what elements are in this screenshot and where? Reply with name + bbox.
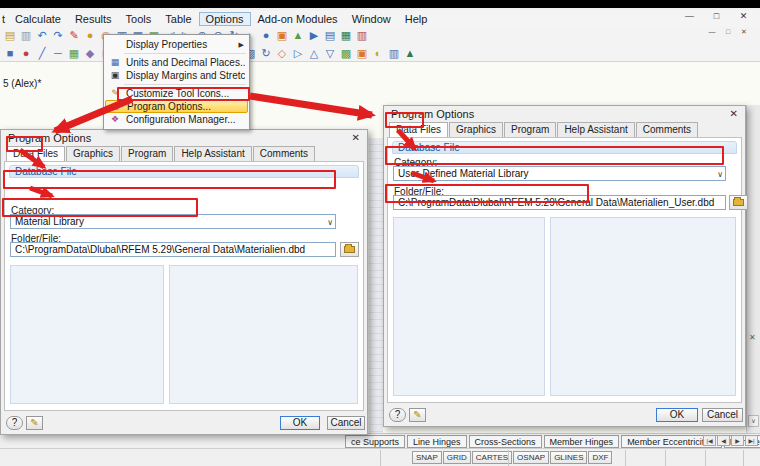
table-nav-first[interactable]: |◀: [703, 435, 716, 446]
isometric-view-icon[interactable]: ◇: [274, 46, 290, 61]
undo-icon[interactable]: ↶: [34, 28, 50, 43]
statusbar-cartes[interactable]: CARTES: [472, 451, 512, 464]
menu-help[interactable]: Help: [398, 12, 435, 26]
tab-data-files[interactable]: Data Files: [389, 122, 448, 137]
menu-window[interactable]: Window: [345, 12, 398, 26]
display-colors-icon[interactable]: ◐: [370, 46, 386, 61]
mdi-window-controls: — □ ✕: [704, 27, 752, 38]
tab-graphics[interactable]: Graphics: [66, 146, 120, 161]
calc-all-icon[interactable]: ▣: [354, 46, 370, 61]
category-select[interactable]: User-Defined Material Library ∨: [393, 166, 726, 181]
table-tab-cross-sections[interactable]: Cross-Sections: [469, 435, 542, 448]
statusbar-grid[interactable]: GRID: [443, 451, 471, 464]
help-button[interactable]: ?: [6, 416, 23, 430]
cancel-button[interactable]: Cancel: [327, 416, 365, 430]
close-icon[interactable]: ✕: [730, 108, 738, 119]
database-file-group: Database File: [9, 165, 359, 178]
app-window: t CalculateResultsToolsTableOptionsAdd-o…: [0, 8, 760, 458]
folder-file-input[interactable]: C:\ProgramData\Dlubal\RFEM 5.29\General …: [10, 242, 336, 257]
menu-item-units-decimal-places[interactable]: ▦ Units and Decimal Places...: [105, 56, 248, 69]
zoom-icon[interactable]: ●: [82, 28, 98, 43]
panel-toggle-icon[interactable]: ▥: [386, 46, 402, 61]
close-icon[interactable]: ✕: [730, 9, 757, 24]
menu-item-display-margins[interactable]: ▣ Display Margins and Stretch Factors...: [105, 69, 248, 82]
table-nav-next[interactable]: ▶: [731, 435, 744, 446]
tab-program[interactable]: Program: [504, 122, 556, 137]
cancel-button[interactable]: Cancel: [702, 408, 743, 422]
statusbar-dxf[interactable]: DXF: [588, 451, 612, 464]
table-tab-member-hinges[interactable]: Member Hinges: [544, 435, 620, 448]
redo-icon[interactable]: ↷: [50, 28, 66, 43]
fe-mesh-icon[interactable]: ▩: [338, 46, 354, 61]
menu-options[interactable]: Options: [199, 12, 251, 26]
menu-addon-modules[interactable]: Add-on Modules: [251, 12, 345, 26]
report-icon[interactable]: ▥: [354, 28, 370, 43]
tab-help-assistant[interactable]: Help Assistant: [174, 146, 251, 161]
scroll-down-icon[interactable]: ∨: [748, 415, 759, 427]
ok-button[interactable]: OK: [656, 408, 698, 422]
results-icon[interactable]: ▲: [290, 28, 306, 43]
rotate-icon[interactable]: ↻: [258, 46, 274, 61]
statusbar-separator: [743, 450, 744, 466]
tab-program[interactable]: Program: [121, 146, 173, 161]
mdi-close-icon[interactable]: ✕: [736, 27, 752, 38]
print-preview-icon[interactable]: ▥: [18, 28, 34, 43]
help-button[interactable]: ?: [389, 408, 406, 422]
z-view-icon[interactable]: ▽: [322, 46, 338, 61]
table-nav-prev[interactable]: ◀: [717, 435, 730, 446]
tab-comments[interactable]: Comments: [253, 146, 315, 161]
tab-comments[interactable]: Comments: [636, 122, 698, 137]
member-icon[interactable]: ─: [50, 46, 66, 61]
statusbar-separator: [508, 450, 509, 466]
menu-item-customize-tool-icons[interactable]: ✎ Customize Tool Icons...: [105, 87, 248, 100]
folder-file-input[interactable]: C:\ProgramData\Dlubal\RFEM 5.29\General …: [393, 195, 726, 210]
minimize-icon[interactable]: —: [676, 9, 703, 24]
menu-calculate[interactable]: Calculate: [8, 12, 68, 26]
x-view-icon[interactable]: ▷: [290, 46, 306, 61]
mdi-restore-icon[interactable]: □: [720, 27, 736, 38]
ok-button[interactable]: OK: [280, 416, 320, 430]
menu-item-program-options[interactable]: ◎ Program Options...: [105, 100, 248, 113]
tab-help-assistant[interactable]: Help Assistant: [557, 122, 634, 137]
edit-comment-button[interactable]: ✎: [26, 416, 43, 430]
table-tab-supports[interactable]: ce Supports: [345, 435, 405, 448]
calculate-icon[interactable]: ▣: [274, 28, 290, 43]
animation-icon[interactable]: ▶: [306, 28, 322, 43]
y-view-icon[interactable]: △: [306, 46, 322, 61]
excel-icon[interactable]: ▦: [338, 28, 354, 43]
printer-icon[interactable]: ▤: [322, 28, 338, 43]
find-icon[interactable]: ●: [258, 28, 274, 43]
statusbar-separator: [380, 450, 381, 466]
maximize-icon[interactable]: □: [703, 9, 730, 24]
table-tab-line-hinges[interactable]: Line Hinges: [407, 435, 467, 448]
category-select[interactable]: Material Library ∨: [10, 214, 336, 229]
menu-tools[interactable]: Tools: [119, 12, 159, 26]
dialog-titlebar[interactable]: Program Options ✕: [1, 130, 367, 146]
statusbar-snap[interactable]: SNAP: [412, 451, 442, 464]
panel-close-icon[interactable]: ✕: [749, 333, 756, 342]
node-icon[interactable]: ●: [18, 46, 34, 61]
menu-table[interactable]: Table: [158, 12, 198, 26]
line-icon[interactable]: ╱: [34, 46, 50, 61]
menu-results[interactable]: Results: [68, 12, 119, 26]
dialog-titlebar[interactable]: Program Options ✕: [384, 106, 745, 122]
solid-icon[interactable]: ◆: [82, 46, 98, 61]
edit-comment-button[interactable]: ✎: [409, 408, 426, 422]
menu-item-configuration-manager[interactable]: ❖ Configuration Manager...: [105, 113, 248, 126]
new-model-icon[interactable]: ■: [2, 46, 18, 61]
open-icon[interactable]: ▤: [2, 28, 18, 43]
statusbar-osnap[interactable]: OSNAP: [513, 451, 549, 464]
menu-item-display-properties[interactable]: Display Properties ▶: [105, 38, 248, 51]
tab-data-files[interactable]: Data Files: [6, 146, 65, 161]
close-icon[interactable]: ✕: [352, 132, 360, 143]
mdi-minimize-icon[interactable]: —: [704, 27, 720, 38]
tab-graphics[interactable]: Graphics: [449, 122, 503, 137]
edit-icon[interactable]: ✎: [66, 28, 82, 43]
table-nav-last[interactable]: ▶|: [745, 435, 758, 446]
menu-item-partial[interactable]: t: [0, 12, 8, 26]
browse-button[interactable]: [340, 242, 359, 257]
surface-icon[interactable]: ▦: [66, 46, 82, 61]
browse-button[interactable]: [729, 195, 748, 210]
chart-icon[interactable]: ▲: [402, 46, 418, 61]
statusbar-glines[interactable]: GLINES: [550, 451, 587, 464]
